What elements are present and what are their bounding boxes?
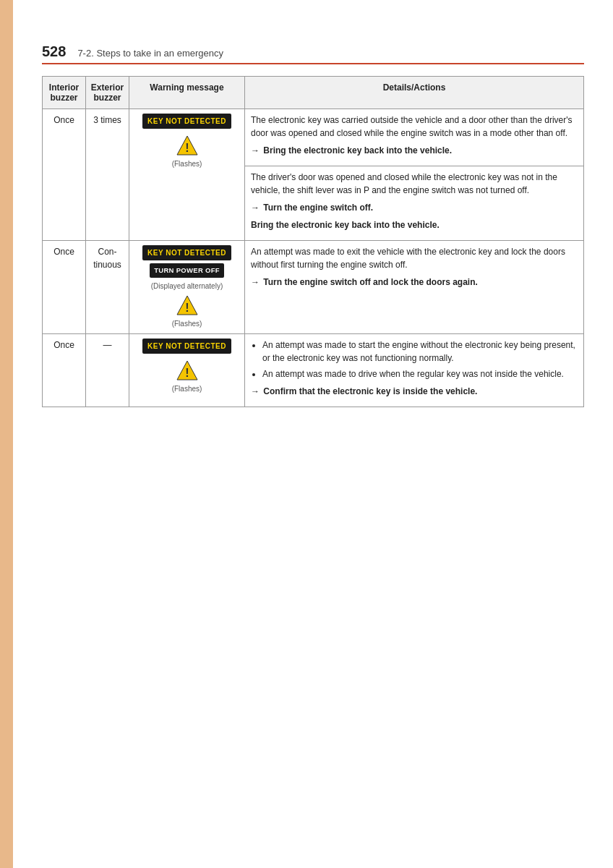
detail-bullet-3b: An attempt was made to drive when the re… xyxy=(262,367,578,380)
cell-interior-3: Once xyxy=(43,334,86,407)
cell-interior-1: Once xyxy=(43,109,86,241)
badge-turn-power-off: TURN POWER OFF xyxy=(150,263,224,278)
header-details-actions: Details/Actions xyxy=(245,77,584,109)
cell-warning-3: KEY NOT DETECTED ! (Flashes) xyxy=(129,334,245,407)
detail-text-1a: The electronic key was carried outside t… xyxy=(251,114,578,140)
detail-action-2: → Turn the engine switch off and lock th… xyxy=(251,276,578,289)
badge-key-not-detected-1: KEY NOT DETECTED xyxy=(142,114,231,129)
detail-action-3: → Confirm that the electronic key is ins… xyxy=(251,385,578,398)
badge-key-not-detected-3: KEY NOT DETECTED xyxy=(142,339,231,354)
header-interior-buzzer: Interiorbuzzer xyxy=(43,77,86,109)
detail-action-1a: → Bring the electronic key back into the… xyxy=(251,144,578,157)
table-row: Once 3 times KEY NOT DETECTED ! (Flas xyxy=(43,109,584,166)
page-container: 528 7-2. Steps to take in an emergency I… xyxy=(0,0,613,868)
header-warning-message: Warning message xyxy=(129,77,245,109)
table-row: Once Con-tinuous KEY NOT DETECTED TURN P… xyxy=(43,241,584,334)
detail-action-1b-1: → Turn the engine switch off. xyxy=(251,201,578,214)
flashes-label-1: (Flashes) xyxy=(172,158,202,169)
cell-warning-1: KEY NOT DETECTED ! (Flashes) xyxy=(129,109,245,241)
cell-details-1b: The driver's door was opened and closed … xyxy=(245,166,584,241)
cell-exterior-3: — xyxy=(86,334,129,407)
warning-icon-1: ! xyxy=(176,135,199,156)
svg-text:!: ! xyxy=(185,302,189,314)
flashes-label-3: (Flashes) xyxy=(172,383,202,394)
cell-details-1a: The electronic key was carried outside t… xyxy=(245,109,584,166)
warning-group-2: KEY NOT DETECTED TURN POWER OFF (Display… xyxy=(135,245,239,329)
content-area: 528 7-2. Steps to take in an emergency I… xyxy=(13,0,613,868)
cell-exterior-2: Con-tinuous xyxy=(86,241,129,334)
page-number: 528 xyxy=(42,43,66,60)
badge-key-not-detected-2: KEY NOT DETECTED xyxy=(142,245,231,260)
table-header-row: Interiorbuzzer Exteriorbuzzer Warning me… xyxy=(43,77,584,109)
cell-exterior-1: 3 times xyxy=(86,109,129,241)
left-stripe xyxy=(0,0,13,868)
warning-group-1: KEY NOT DETECTED ! (Flashes) xyxy=(135,114,239,169)
warning-icon-3: ! xyxy=(176,359,199,381)
svg-text:!: ! xyxy=(185,142,189,154)
table-row: Once — KEY NOT DETECTED ! (Flashes) xyxy=(43,334,584,407)
cell-warning-2: KEY NOT DETECTED TURN POWER OFF (Display… xyxy=(129,241,245,334)
detail-text-1b: The driver's door was opened and closed … xyxy=(251,171,578,197)
detail-bullet-3a: An attempt was made to start the engine … xyxy=(262,339,578,365)
info-table: Interiorbuzzer Exteriorbuzzer Warning me… xyxy=(42,76,584,407)
detail-text-2: An attempt was made to exit the vehicle … xyxy=(251,245,578,271)
flashes-label-2: (Flashes) xyxy=(172,318,202,329)
svg-text:!: ! xyxy=(185,367,189,379)
header-exterior-buzzer: Exteriorbuzzer xyxy=(86,77,129,109)
warning-icon-2: ! xyxy=(176,294,199,316)
page-header: 528 7-2. Steps to take in an emergency xyxy=(42,43,584,64)
cell-details-2: An attempt was made to exit the vehicle … xyxy=(245,241,584,334)
displayed-alt-label: (Displayed alternately) xyxy=(151,281,223,292)
cell-details-3: An attempt was made to start the engine … xyxy=(245,334,584,407)
detail-bullets-3: An attempt was made to start the engine … xyxy=(251,339,578,380)
cell-interior-2: Once xyxy=(43,241,86,334)
warning-group-3: KEY NOT DETECTED ! (Flashes) xyxy=(135,339,239,394)
detail-action-1b-2: Bring the electronic key back into the v… xyxy=(251,218,578,231)
section-title: 7-2. Steps to take in an emergency xyxy=(77,48,223,59)
